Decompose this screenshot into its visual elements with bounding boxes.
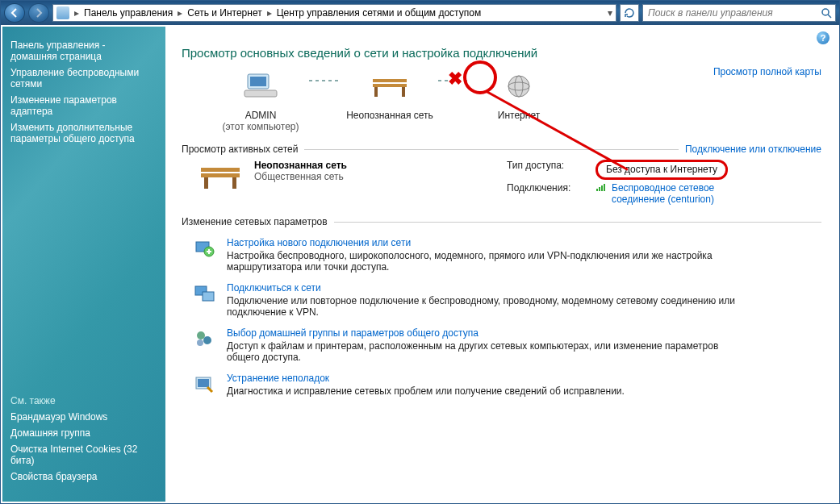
search-icon[interactable] <box>821 7 832 19</box>
breadcrumb-1[interactable]: Панель управления <box>84 7 173 19</box>
sidebar-see-also-label: См. также <box>10 395 157 406</box>
globe-icon <box>499 73 538 99</box>
bench-icon <box>367 70 412 102</box>
map-node-1-sub: (этот компьютер) <box>212 121 309 132</box>
svg-rect-6 <box>373 84 407 87</box>
svg-rect-8 <box>402 87 405 97</box>
x-mark-icon: ✖ <box>448 69 462 90</box>
main-pane: ? Просмотр основных сведений о сети и на… <box>165 27 838 502</box>
setup-connection-desc: Настройка беспроводного, широкополосного… <box>227 250 743 273</box>
settings-header: Изменение сетевых параметров <box>182 216 328 227</box>
chevron-right-icon: ▸ <box>74 7 79 19</box>
sidebar-link-adapter[interactable]: Изменение параметров адаптера <box>10 94 157 117</box>
sidebar-link-homegroup[interactable]: Домашняя группа <box>10 427 157 439</box>
svg-line-1 <box>828 15 831 18</box>
connect-disconnect-link[interactable]: Подключение или отключение <box>685 144 821 155</box>
breadcrumb-2[interactable]: Сеть и Интернет <box>187 7 261 19</box>
address-bar[interactable]: ▸ Панель управления ▸ Сеть и Интернет ▸ … <box>52 4 616 22</box>
nav-forward-button[interactable] <box>28 3 49 23</box>
search-box[interactable] <box>642 4 836 22</box>
svg-rect-13 <box>201 173 240 177</box>
sidebar-home-label-2: домашняя страница <box>10 51 102 62</box>
network-map: ✖ <box>212 66 821 106</box>
nav-bar: ▸ Панель управления ▸ Сеть и Интернет ▸ … <box>1 1 839 25</box>
active-networks-header: Просмотр активных сетей <box>182 144 298 155</box>
connection-line-icon: ✖ <box>438 80 470 81</box>
computer-icon <box>241 73 280 99</box>
chevron-right-icon: ▸ <box>267 7 272 19</box>
sidebar-home-label-1: Панель управления - <box>10 40 106 51</box>
svg-point-9 <box>508 76 529 97</box>
connect-network-icon <box>193 282 215 305</box>
svg-rect-7 <box>374 87 378 97</box>
network-name[interactable]: Неопознанная сеть <box>254 160 347 171</box>
svg-rect-23 <box>203 292 214 301</box>
svg-point-0 <box>822 9 829 15</box>
svg-rect-16 <box>596 189 598 191</box>
homegroup-icon <box>193 327 215 350</box>
homegroup-desc: Доступ к файлам и принтерам, расположенн… <box>227 340 743 363</box>
svg-rect-17 <box>599 187 600 191</box>
troubleshoot-link[interactable]: Устранение неполадок <box>227 373 625 384</box>
new-connection-icon <box>193 237 215 260</box>
svg-rect-14 <box>204 177 208 189</box>
svg-point-25 <box>203 336 211 344</box>
svg-rect-15 <box>232 177 236 189</box>
signal-bars-icon <box>596 182 607 192</box>
svg-rect-3 <box>250 77 266 86</box>
page-title: Просмотр основных сведений о сети и наст… <box>182 46 821 60</box>
sidebar-home-link[interactable]: Панель управления - домашняя страница <box>10 40 157 62</box>
access-type-label: Тип доступа: <box>507 160 596 180</box>
control-panel-icon <box>56 6 69 19</box>
search-input[interactable] <box>646 6 808 19</box>
map-node-3-label: Интернет <box>470 110 567 132</box>
setup-connection-link[interactable]: Настройка нового подключения или сети <box>227 237 743 248</box>
sidebar-link-browser[interactable]: Свойства браузера <box>10 471 157 482</box>
sidebar-link-firewall[interactable]: Брандмауэр Windows <box>10 411 157 423</box>
svg-rect-28 <box>198 379 209 387</box>
troubleshoot-desc: Диагностика и исправление сетевых пробле… <box>227 385 625 397</box>
troubleshoot-icon <box>193 373 215 395</box>
svg-rect-4 <box>244 90 277 97</box>
refresh-button[interactable] <box>620 4 639 22</box>
svg-rect-19 <box>604 184 605 191</box>
divider <box>334 222 821 223</box>
svg-rect-18 <box>601 185 603 191</box>
bench-icon <box>198 160 243 192</box>
access-type-value: Без доступа к Интернету <box>596 160 728 180</box>
breadcrumb-3[interactable]: Центр управления сетями и общим доступом <box>277 7 482 19</box>
connect-to-network-link[interactable]: Подключиться к сети <box>227 282 743 294</box>
chevron-right-icon: ▸ <box>178 7 182 19</box>
map-node-1-label: ADMIN <box>212 110 309 121</box>
svg-rect-12 <box>201 168 240 172</box>
svg-rect-5 <box>373 79 407 82</box>
sidebar-link-sharing[interactable]: Изменить дополнительные параметры общего… <box>10 122 157 144</box>
homegroup-link[interactable]: Выбор домашней группы и параметров общег… <box>227 327 743 339</box>
connections-label: Подключения: <box>507 182 596 205</box>
connection-name: Беспроводное сетевое соединение (centuri… <box>612 182 757 205</box>
nav-back-button[interactable] <box>4 3 25 23</box>
sidebar: Панель управления - домашняя страница Уп… <box>2 27 165 502</box>
svg-point-26 <box>197 339 203 346</box>
connect-to-network-desc: Подключение или повторное подключение к … <box>227 295 743 318</box>
svg-point-24 <box>197 331 205 339</box>
network-type[interactable]: Общественная сеть <box>254 171 347 182</box>
map-node-2-label: Неопознанная сеть <box>341 110 438 132</box>
connection-line-icon <box>309 80 341 81</box>
connection-link[interactable]: Беспроводное сетевое соединение (centuri… <box>596 182 805 205</box>
help-icon[interactable]: ? <box>817 31 830 44</box>
chevron-down-icon[interactable]: ▾ <box>608 7 612 19</box>
sidebar-link-cookies[interactable]: Очистка Internet Cookies (32 бита) <box>10 444 157 466</box>
divider <box>304 149 679 150</box>
sidebar-link-wireless[interactable]: Управление беспроводными сетями <box>10 67 157 90</box>
